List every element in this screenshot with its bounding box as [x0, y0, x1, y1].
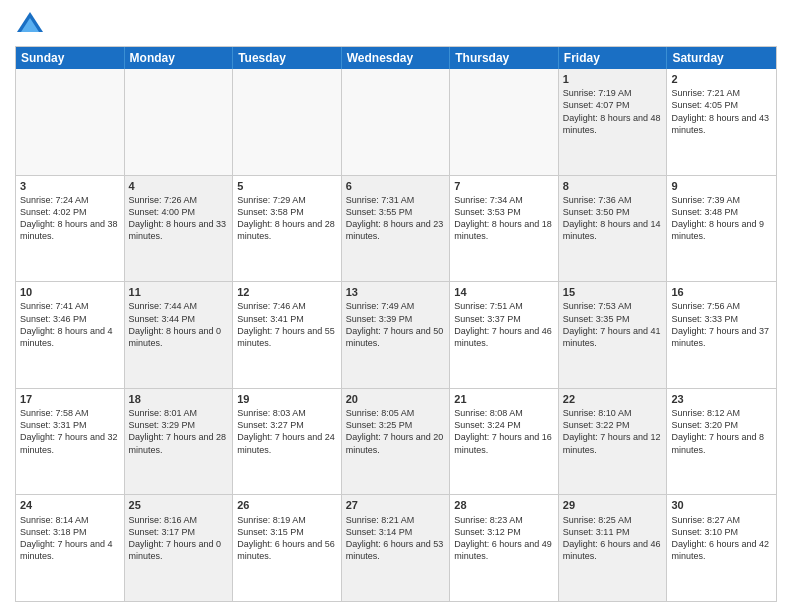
day-number: 22	[563, 392, 663, 406]
cell-info: Sunrise: 7:58 AM Sunset: 3:31 PM Dayligh…	[20, 407, 120, 456]
calendar-cell	[450, 69, 559, 175]
calendar-cell: 4Sunrise: 7:26 AM Sunset: 4:00 PM Daylig…	[125, 176, 234, 282]
day-number: 4	[129, 179, 229, 193]
calendar-cell: 28Sunrise: 8:23 AM Sunset: 3:12 PM Dayli…	[450, 495, 559, 601]
calendar-cell: 5Sunrise: 7:29 AM Sunset: 3:58 PM Daylig…	[233, 176, 342, 282]
cell-info: Sunrise: 8:01 AM Sunset: 3:29 PM Dayligh…	[129, 407, 229, 456]
day-number: 3	[20, 179, 120, 193]
calendar-cell: 7Sunrise: 7:34 AM Sunset: 3:53 PM Daylig…	[450, 176, 559, 282]
cell-info: Sunrise: 8:27 AM Sunset: 3:10 PM Dayligh…	[671, 514, 772, 563]
day-number: 27	[346, 498, 446, 512]
day-number: 29	[563, 498, 663, 512]
calendar-row: 3Sunrise: 7:24 AM Sunset: 4:02 PM Daylig…	[16, 176, 776, 283]
day-number: 14	[454, 285, 554, 299]
weekday-header: Friday	[559, 47, 668, 69]
calendar-body: 1Sunrise: 7:19 AM Sunset: 4:07 PM Daylig…	[16, 69, 776, 601]
cell-info: Sunrise: 7:49 AM Sunset: 3:39 PM Dayligh…	[346, 300, 446, 349]
header	[15, 10, 777, 40]
calendar-cell: 14Sunrise: 7:51 AM Sunset: 3:37 PM Dayli…	[450, 282, 559, 388]
weekday-header: Sunday	[16, 47, 125, 69]
cell-info: Sunrise: 8:16 AM Sunset: 3:17 PM Dayligh…	[129, 514, 229, 563]
calendar-row: 24Sunrise: 8:14 AM Sunset: 3:18 PM Dayli…	[16, 495, 776, 601]
calendar-cell: 8Sunrise: 7:36 AM Sunset: 3:50 PM Daylig…	[559, 176, 668, 282]
weekday-header: Monday	[125, 47, 234, 69]
calendar-cell: 25Sunrise: 8:16 AM Sunset: 3:17 PM Dayli…	[125, 495, 234, 601]
day-number: 28	[454, 498, 554, 512]
cell-info: Sunrise: 7:24 AM Sunset: 4:02 PM Dayligh…	[20, 194, 120, 243]
cell-info: Sunrise: 8:05 AM Sunset: 3:25 PM Dayligh…	[346, 407, 446, 456]
cell-info: Sunrise: 7:39 AM Sunset: 3:48 PM Dayligh…	[671, 194, 772, 243]
calendar-row: 1Sunrise: 7:19 AM Sunset: 4:07 PM Daylig…	[16, 69, 776, 176]
calendar-cell: 24Sunrise: 8:14 AM Sunset: 3:18 PM Dayli…	[16, 495, 125, 601]
day-number: 13	[346, 285, 446, 299]
day-number: 5	[237, 179, 337, 193]
calendar-cell: 6Sunrise: 7:31 AM Sunset: 3:55 PM Daylig…	[342, 176, 451, 282]
calendar-cell: 17Sunrise: 7:58 AM Sunset: 3:31 PM Dayli…	[16, 389, 125, 495]
weekday-header: Wednesday	[342, 47, 451, 69]
day-number: 12	[237, 285, 337, 299]
calendar-row: 17Sunrise: 7:58 AM Sunset: 3:31 PM Dayli…	[16, 389, 776, 496]
calendar-cell: 10Sunrise: 7:41 AM Sunset: 3:46 PM Dayli…	[16, 282, 125, 388]
day-number: 11	[129, 285, 229, 299]
calendar-cell: 23Sunrise: 8:12 AM Sunset: 3:20 PM Dayli…	[667, 389, 776, 495]
calendar-cell: 29Sunrise: 8:25 AM Sunset: 3:11 PM Dayli…	[559, 495, 668, 601]
day-number: 9	[671, 179, 772, 193]
day-number: 23	[671, 392, 772, 406]
calendar-cell: 21Sunrise: 8:08 AM Sunset: 3:24 PM Dayli…	[450, 389, 559, 495]
calendar-cell: 22Sunrise: 8:10 AM Sunset: 3:22 PM Dayli…	[559, 389, 668, 495]
day-number: 10	[20, 285, 120, 299]
cell-info: Sunrise: 7:31 AM Sunset: 3:55 PM Dayligh…	[346, 194, 446, 243]
cell-info: Sunrise: 8:10 AM Sunset: 3:22 PM Dayligh…	[563, 407, 663, 456]
day-number: 8	[563, 179, 663, 193]
day-number: 1	[563, 72, 663, 86]
cell-info: Sunrise: 8:25 AM Sunset: 3:11 PM Dayligh…	[563, 514, 663, 563]
calendar-cell: 15Sunrise: 7:53 AM Sunset: 3:35 PM Dayli…	[559, 282, 668, 388]
day-number: 21	[454, 392, 554, 406]
cell-info: Sunrise: 7:41 AM Sunset: 3:46 PM Dayligh…	[20, 300, 120, 349]
day-number: 6	[346, 179, 446, 193]
day-number: 2	[671, 72, 772, 86]
day-number: 24	[20, 498, 120, 512]
day-number: 26	[237, 498, 337, 512]
cell-info: Sunrise: 8:14 AM Sunset: 3:18 PM Dayligh…	[20, 514, 120, 563]
calendar-cell: 11Sunrise: 7:44 AM Sunset: 3:44 PM Dayli…	[125, 282, 234, 388]
cell-info: Sunrise: 8:21 AM Sunset: 3:14 PM Dayligh…	[346, 514, 446, 563]
cell-info: Sunrise: 8:03 AM Sunset: 3:27 PM Dayligh…	[237, 407, 337, 456]
day-number: 7	[454, 179, 554, 193]
cell-info: Sunrise: 7:36 AM Sunset: 3:50 PM Dayligh…	[563, 194, 663, 243]
cell-info: Sunrise: 7:26 AM Sunset: 4:00 PM Dayligh…	[129, 194, 229, 243]
calendar-cell	[342, 69, 451, 175]
cell-info: Sunrise: 7:53 AM Sunset: 3:35 PM Dayligh…	[563, 300, 663, 349]
cell-info: Sunrise: 8:19 AM Sunset: 3:15 PM Dayligh…	[237, 514, 337, 563]
cell-info: Sunrise: 7:44 AM Sunset: 3:44 PM Dayligh…	[129, 300, 229, 349]
calendar-cell: 20Sunrise: 8:05 AM Sunset: 3:25 PM Dayli…	[342, 389, 451, 495]
cell-info: Sunrise: 7:29 AM Sunset: 3:58 PM Dayligh…	[237, 194, 337, 243]
cell-info: Sunrise: 7:34 AM Sunset: 3:53 PM Dayligh…	[454, 194, 554, 243]
calendar-cell: 3Sunrise: 7:24 AM Sunset: 4:02 PM Daylig…	[16, 176, 125, 282]
cell-info: Sunrise: 7:19 AM Sunset: 4:07 PM Dayligh…	[563, 87, 663, 136]
calendar-cell: 2Sunrise: 7:21 AM Sunset: 4:05 PM Daylig…	[667, 69, 776, 175]
calendar-cell: 19Sunrise: 8:03 AM Sunset: 3:27 PM Dayli…	[233, 389, 342, 495]
calendar-cell	[233, 69, 342, 175]
calendar: SundayMondayTuesdayWednesdayThursdayFrid…	[15, 46, 777, 602]
cell-info: Sunrise: 8:12 AM Sunset: 3:20 PM Dayligh…	[671, 407, 772, 456]
calendar-cell: 12Sunrise: 7:46 AM Sunset: 3:41 PM Dayli…	[233, 282, 342, 388]
calendar-row: 10Sunrise: 7:41 AM Sunset: 3:46 PM Dayli…	[16, 282, 776, 389]
calendar-cell: 9Sunrise: 7:39 AM Sunset: 3:48 PM Daylig…	[667, 176, 776, 282]
logo-icon	[15, 10, 45, 40]
calendar-header: SundayMondayTuesdayWednesdayThursdayFrid…	[16, 47, 776, 69]
day-number: 25	[129, 498, 229, 512]
cell-info: Sunrise: 7:46 AM Sunset: 3:41 PM Dayligh…	[237, 300, 337, 349]
calendar-cell: 13Sunrise: 7:49 AM Sunset: 3:39 PM Dayli…	[342, 282, 451, 388]
day-number: 15	[563, 285, 663, 299]
weekday-header: Thursday	[450, 47, 559, 69]
logo	[15, 10, 49, 40]
calendar-cell: 30Sunrise: 8:27 AM Sunset: 3:10 PM Dayli…	[667, 495, 776, 601]
calendar-cell: 27Sunrise: 8:21 AM Sunset: 3:14 PM Dayli…	[342, 495, 451, 601]
calendar-cell: 1Sunrise: 7:19 AM Sunset: 4:07 PM Daylig…	[559, 69, 668, 175]
cell-info: Sunrise: 8:08 AM Sunset: 3:24 PM Dayligh…	[454, 407, 554, 456]
day-number: 16	[671, 285, 772, 299]
page: SundayMondayTuesdayWednesdayThursdayFrid…	[0, 0, 792, 612]
weekday-header: Saturday	[667, 47, 776, 69]
day-number: 19	[237, 392, 337, 406]
